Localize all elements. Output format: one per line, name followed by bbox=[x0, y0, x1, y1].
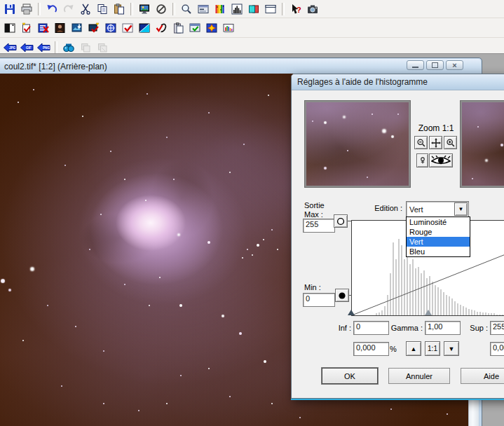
globe-crosshair-button[interactable] bbox=[103, 20, 118, 35]
color-histogram-icon bbox=[223, 22, 234, 34]
image-check-button[interactable] bbox=[86, 20, 102, 35]
sortie-label: Sortie bbox=[304, 201, 325, 209]
color-bars-button[interactable] bbox=[212, 1, 228, 16]
cut-icon bbox=[80, 4, 91, 15]
search-binoculars-icon bbox=[63, 42, 74, 53]
restore-button[interactable] bbox=[426, 60, 444, 70]
gradient-fill-icon bbox=[139, 22, 150, 34]
context-help-button[interactable]: ? bbox=[288, 1, 304, 16]
layers-1-icon bbox=[80, 42, 91, 53]
right-percent-input[interactable]: 0,000 bbox=[490, 342, 504, 356]
decrease-button[interactable]: ▼ bbox=[444, 341, 459, 356]
color-histogram-button[interactable] bbox=[221, 20, 236, 35]
minimize-button[interactable] bbox=[407, 60, 424, 70]
black-level-slider[interactable] bbox=[348, 310, 355, 315]
display-settings-button[interactable] bbox=[137, 1, 152, 16]
min-label: Min : bbox=[304, 283, 321, 291]
command-window-button[interactable] bbox=[196, 1, 211, 16]
picker-icon bbox=[418, 156, 427, 165]
help-button[interactable]: Aide bbox=[461, 368, 504, 384]
toolbar-separator bbox=[172, 3, 175, 15]
zoom-out-button[interactable] bbox=[414, 136, 428, 149]
camera-button[interactable] bbox=[305, 1, 320, 16]
curve-check-button[interactable] bbox=[154, 20, 169, 35]
black-point-button[interactable] bbox=[335, 289, 349, 302]
close-button[interactable]: × bbox=[446, 60, 463, 70]
window-check-button[interactable] bbox=[187, 20, 203, 35]
new-file-check-button[interactable] bbox=[19, 20, 34, 35]
white-check-button[interactable] bbox=[120, 20, 135, 35]
edition-combobox[interactable]: Vert ▼ bbox=[406, 201, 469, 217]
clipboard-paste-button[interactable] bbox=[170, 20, 186, 35]
channel-overlay-button[interactable] bbox=[246, 1, 261, 16]
histogram-button[interactable] bbox=[229, 1, 245, 16]
svg-text:GIF: GIF bbox=[26, 46, 32, 50]
delete-list-button[interactable] bbox=[36, 20, 51, 35]
dropdown-option-bleu[interactable]: Bleu bbox=[407, 247, 470, 256]
cancel-button[interactable]: Annuler bbox=[388, 368, 450, 384]
gradient-fill-button[interactable] bbox=[137, 20, 152, 35]
increase-button[interactable]: ▲ bbox=[406, 341, 421, 356]
black-point-connector bbox=[349, 295, 352, 296]
chevron-down-icon[interactable]: ▼ bbox=[454, 202, 468, 216]
dialog-titlebar[interactable]: Réglages à l'aide de l'histogramme bbox=[292, 74, 504, 90]
preview-stars-right bbox=[461, 101, 462, 102]
preview-thumbnail-left[interactable] bbox=[304, 100, 411, 188]
undo-button[interactable] bbox=[44, 1, 60, 16]
svg-text:?: ? bbox=[297, 5, 301, 13]
zoom-label: Zoom 1:1 bbox=[413, 123, 459, 133]
save-button[interactable] bbox=[2, 1, 18, 16]
copy-icon bbox=[97, 4, 108, 15]
image-import-button[interactable] bbox=[69, 20, 85, 35]
preview-eye-button[interactable] bbox=[429, 153, 453, 167]
stop-icon bbox=[156, 4, 167, 15]
stop-button[interactable] bbox=[154, 1, 169, 16]
portrait-button[interactable] bbox=[53, 20, 68, 35]
svg-text:JPG: JPG bbox=[9, 46, 16, 50]
command-window-icon bbox=[198, 4, 209, 15]
redo-button[interactable] bbox=[61, 1, 76, 16]
gamma-input[interactable]: 1,00 bbox=[425, 321, 461, 335]
print-icon bbox=[21, 4, 32, 15]
black-circle-icon bbox=[338, 291, 346, 300]
new-window-button[interactable] bbox=[263, 1, 278, 16]
cut-button[interactable] bbox=[78, 1, 93, 16]
inf-input[interactable]: 0 bbox=[353, 321, 389, 335]
save-icon bbox=[4, 4, 15, 15]
zoom-in-button[interactable] bbox=[444, 136, 457, 149]
color-star-button[interactable] bbox=[204, 20, 219, 35]
picker-button[interactable] bbox=[416, 153, 428, 167]
gamma-label: Gamma : bbox=[388, 324, 423, 332]
gamma-slider[interactable] bbox=[425, 310, 432, 315]
pan-icon bbox=[431, 138, 441, 148]
percent-input[interactable]: 0,000 bbox=[353, 342, 389, 356]
ratio-1-1-button[interactable]: 1:1 bbox=[425, 341, 440, 356]
color-bars-icon bbox=[214, 4, 226, 15]
preview-stars-left bbox=[305, 101, 306, 102]
max-input[interactable]: 255 bbox=[303, 219, 335, 233]
dropdown-option-luminosite[interactable]: Luminosité bbox=[407, 217, 470, 227]
bw-adjust-icon bbox=[4, 22, 15, 34]
camera-icon bbox=[307, 4, 318, 15]
dropdown-option-rouge[interactable]: Rouge bbox=[407, 227, 470, 237]
dropdown-option-vert[interactable]: Vert bbox=[407, 237, 470, 247]
edition-label: Edition : bbox=[369, 204, 402, 212]
copy-button[interactable] bbox=[95, 1, 110, 16]
print-button[interactable] bbox=[19, 1, 34, 16]
jpg-export-icon: JPG bbox=[4, 43, 17, 53]
ok-button[interactable]: OK bbox=[322, 368, 378, 384]
toolbar-separator bbox=[38, 3, 41, 15]
min-input[interactable]: 0 bbox=[303, 293, 335, 307]
globe-crosshair-icon bbox=[105, 22, 116, 34]
paste-button[interactable] bbox=[111, 1, 127, 16]
color-star-icon bbox=[206, 22, 217, 34]
sup-input[interactable]: 255 bbox=[490, 321, 504, 335]
zoom-button[interactable] bbox=[179, 1, 194, 16]
pan-button[interactable] bbox=[429, 136, 442, 149]
preview-thumbnail-right[interactable] bbox=[460, 100, 504, 188]
bw-adjust-button[interactable] bbox=[2, 20, 18, 35]
inf-label: Inf : bbox=[330, 324, 351, 332]
new-window-icon bbox=[265, 4, 276, 15]
white-point-button[interactable] bbox=[334, 214, 348, 228]
redo-icon bbox=[63, 4, 74, 15]
